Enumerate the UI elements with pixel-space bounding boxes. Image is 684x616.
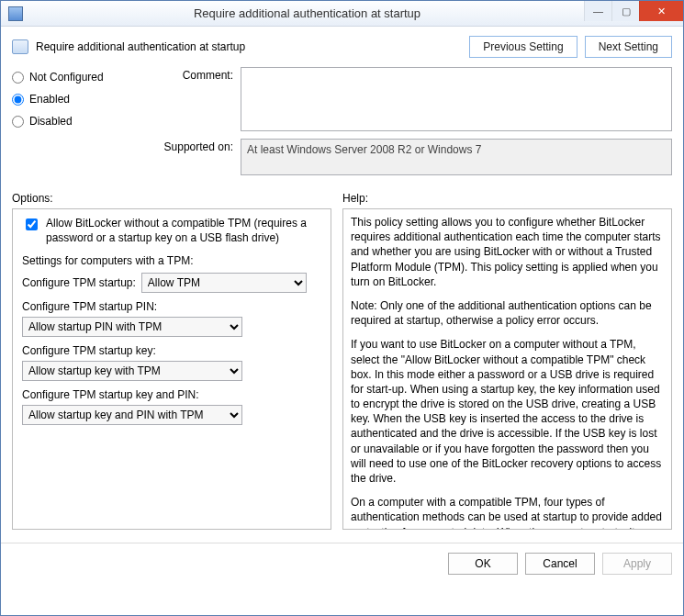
dialog-footer: OK Cancel Apply xyxy=(1,543,683,584)
supported-on-value: At least Windows Server 2008 R2 or Windo… xyxy=(241,139,672,175)
title-bar: Require additional authentication at sta… xyxy=(1,1,683,27)
allow-no-tpm-checkbox[interactable] xyxy=(26,218,38,230)
ok-button[interactable]: OK xyxy=(448,553,518,575)
help-pane-container: This policy setting allows you to config… xyxy=(342,208,672,530)
configure-tpm-keypin-select[interactable]: Allow startup key and PIN with TPM xyxy=(22,405,242,425)
configure-tpm-startup-row: Configure TPM startup: Allow TPM xyxy=(22,273,321,293)
configure-tpm-pin-select[interactable]: Allow startup PIN with TPM xyxy=(22,317,242,337)
options-pane-label: Options: xyxy=(12,192,331,205)
comment-label: Comment: xyxy=(155,67,233,131)
configure-tpm-pin-row: Configure TPM startup PIN: Allow startup… xyxy=(22,300,321,337)
configure-tpm-key-label: Configure TPM startup key: xyxy=(22,344,321,357)
help-paragraph: Note: Only one of the additional authent… xyxy=(351,298,664,328)
window-controls: — ▢ ✕ xyxy=(584,1,683,21)
cancel-button[interactable]: Cancel xyxy=(525,553,595,575)
configure-tpm-startup-select[interactable]: Allow TPM xyxy=(141,273,307,293)
radio-enabled-label: Enabled xyxy=(29,93,70,106)
policy-title: Require additional authentication at sta… xyxy=(36,40,462,53)
help-paragraph: On a computer with a compatible TPM, fou… xyxy=(351,495,664,529)
radio-not-configured-label: Not Configured xyxy=(29,71,104,84)
apply-button[interactable]: Apply xyxy=(602,553,672,575)
configure-tpm-keypin-row: Configure TPM startup key and PIN: Allow… xyxy=(22,388,321,425)
radio-disabled-label: Disabled xyxy=(29,115,73,128)
help-pane[interactable]: This policy setting allows you to config… xyxy=(343,209,671,529)
state-radio-group: Not Configured Enabled Disabled xyxy=(12,67,140,183)
help-paragraph: This policy setting allows you to config… xyxy=(351,215,664,289)
policy-header: Require additional authentication at sta… xyxy=(12,36,672,58)
allow-no-tpm-row[interactable]: Allow BitLocker without a compatible TPM… xyxy=(22,217,321,245)
radio-enabled-input[interactable] xyxy=(12,94,24,106)
supported-label: Supported on: xyxy=(155,139,233,175)
configure-tpm-pin-label: Configure TPM startup PIN: xyxy=(22,300,321,313)
radio-disabled-input[interactable] xyxy=(12,116,24,128)
comment-input[interactable] xyxy=(241,67,672,131)
allow-no-tpm-label: Allow BitLocker without a compatible TPM… xyxy=(46,217,321,245)
radio-not-configured-input[interactable] xyxy=(12,72,24,84)
radio-disabled[interactable]: Disabled xyxy=(12,115,140,128)
options-pane: Allow BitLocker without a compatible TPM… xyxy=(12,208,331,530)
previous-setting-button[interactable]: Previous Setting xyxy=(469,36,577,58)
maximize-button[interactable]: ▢ xyxy=(611,1,639,21)
configure-tpm-key-row: Configure TPM startup key: Allow startup… xyxy=(22,344,321,381)
help-pane-label: Help: xyxy=(342,192,368,205)
configure-tpm-keypin-label: Configure TPM startup key and PIN: xyxy=(22,388,321,401)
app-icon xyxy=(8,6,23,21)
radio-enabled[interactable]: Enabled xyxy=(12,93,140,106)
close-button[interactable]: ✕ xyxy=(639,1,683,21)
tpm-settings-heading: Settings for computers with a TPM: xyxy=(22,254,321,267)
configure-tpm-key-select[interactable]: Allow startup key with TPM xyxy=(22,361,242,381)
policy-icon xyxy=(12,39,28,54)
radio-not-configured[interactable]: Not Configured xyxy=(12,71,140,84)
configure-tpm-startup-label: Configure TPM startup: xyxy=(22,276,136,289)
next-setting-button[interactable]: Next Setting xyxy=(585,36,672,58)
help-paragraph: If you want to use BitLocker on a comput… xyxy=(351,337,664,486)
minimize-button[interactable]: — xyxy=(584,1,611,21)
